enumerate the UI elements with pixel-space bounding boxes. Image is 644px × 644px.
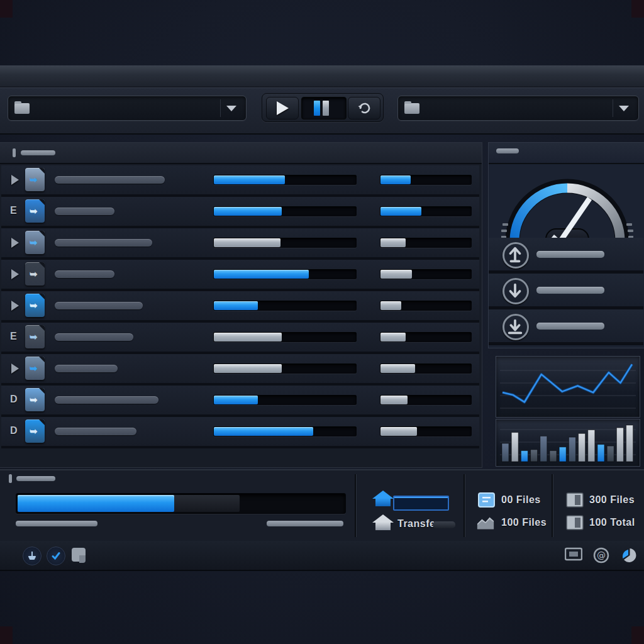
folder-icon <box>404 103 419 114</box>
source-dropdown[interactable] <box>8 96 247 121</box>
arrow-glyph: ➥ <box>30 301 38 310</box>
history-bar <box>588 430 595 462</box>
home-icon <box>372 514 394 531</box>
download-lamp-icon[interactable] <box>23 547 40 564</box>
search-at-icon[interactable]: @ <box>592 547 610 564</box>
row-progress-fill <box>214 396 258 404</box>
folder-square-icon[interactable] <box>70 547 88 564</box>
transfer-row[interactable]: E➥ <box>1 323 479 354</box>
progress-caption-right <box>267 521 343 526</box>
arrow-glyph: ➥ <box>30 426 38 436</box>
row-progress-track <box>213 364 357 374</box>
row-letter-badge: E <box>10 331 17 342</box>
header-marker <box>9 474 12 483</box>
divider <box>464 474 465 537</box>
svg-text:@: @ <box>597 550 606 560</box>
history-bar <box>511 433 518 462</box>
transfer-row[interactable]: ➥ <box>1 291 479 323</box>
row-progress-fill <box>214 364 282 373</box>
stat-placeholder <box>536 323 604 330</box>
transfer-row[interactable]: ➥ <box>1 228 479 260</box>
sidebar-stat-row <box>489 274 643 309</box>
arrow-glyph: ➥ <box>30 332 38 341</box>
filename-placeholder <box>55 396 158 404</box>
transfer-row[interactable]: ➥ <box>1 260 479 291</box>
destination-dropdown[interactable] <box>397 96 639 121</box>
row-progress-track <box>213 395 357 405</box>
play-button[interactable] <box>266 97 299 119</box>
pause-bar-blue-icon <box>314 101 320 116</box>
dropdown-chevron[interactable] <box>220 99 242 117</box>
summary-panel: Transfer 00 Files 100 Files 300 Files 10… <box>0 469 644 542</box>
transfer-row[interactable]: ➥ <box>1 165 479 197</box>
transfer-row[interactable]: ➥ <box>1 354 479 386</box>
stat-placeholder <box>536 251 604 258</box>
divider <box>355 474 356 537</box>
header-placeholder <box>21 150 55 155</box>
file-download-icon: ➥ <box>25 325 45 348</box>
dropdown-chevron[interactable] <box>613 99 635 117</box>
expander-arrow-icon[interactable] <box>11 175 19 185</box>
pause-bar-gray-icon <box>323 101 329 116</box>
list-header <box>0 143 482 164</box>
archive-box-icon <box>566 514 584 531</box>
filename-placeholder <box>55 208 114 215</box>
history-bar <box>531 450 538 462</box>
refresh-icon <box>356 100 372 116</box>
progress-caption-left <box>16 521 97 526</box>
row-progress2-fill <box>380 364 415 373</box>
header-placeholder <box>496 148 519 153</box>
display-icon[interactable] <box>565 547 582 564</box>
filename-placeholder <box>55 302 143 309</box>
file-download-icon: ➥ <box>25 231 45 254</box>
transfer-progress-mini <box>393 496 449 511</box>
row-progress-fill <box>214 270 309 279</box>
file-download-icon: ➥ <box>25 357 45 380</box>
area-chart-icon <box>477 514 494 531</box>
file-download-icon: ➥ <box>25 388 45 411</box>
sidebar-stat-row <box>489 309 643 345</box>
divider <box>552 474 553 537</box>
home-icon <box>372 491 394 507</box>
upload-arrow-icon <box>502 242 529 269</box>
history-bar <box>559 447 566 462</box>
file-download-icon: ➥ <box>25 262 45 286</box>
refresh-button[interactable] <box>348 97 380 119</box>
transfer-row[interactable]: E➥ <box>1 197 479 228</box>
transfer-list-panel: ➥E➥➥➥➥E➥➥D➥D➥ <box>0 142 482 468</box>
history-bar <box>569 437 575 462</box>
history-bar <box>607 446 614 462</box>
row-progress-track <box>213 332 357 342</box>
expander-arrow-icon[interactable] <box>11 364 19 374</box>
expander-arrow-icon[interactable] <box>11 301 19 311</box>
expander-arrow-icon[interactable] <box>11 238 19 248</box>
transfer-row[interactable]: D➥ <box>1 417 479 448</box>
expander-arrow-icon[interactable] <box>11 269 19 279</box>
row-progress-track <box>213 175 357 185</box>
checkmark-icon[interactable] <box>47 547 64 564</box>
transfer-row[interactable]: D➥ <box>1 386 479 417</box>
folder-icon <box>14 103 30 114</box>
row-progress2-track <box>380 332 472 342</box>
stat-label: 100 Total <box>589 517 635 528</box>
row-progress-fill <box>214 175 285 184</box>
arrow-glyph: ➥ <box>30 395 38 404</box>
row-progress-fill <box>214 301 258 310</box>
row-progress2-fill <box>380 238 406 247</box>
sidebar-stat-row <box>489 238 643 274</box>
row-progress-fill <box>214 238 280 247</box>
pause-button[interactable] <box>301 97 347 119</box>
row-letter-badge: E <box>10 205 17 216</box>
document-list-icon <box>478 492 496 508</box>
row-progress2-track <box>380 269 472 279</box>
arrow-glyph: ➥ <box>30 175 38 184</box>
pie-share-icon[interactable] <box>620 547 638 564</box>
file-download-icon: ➥ <box>25 168 45 191</box>
filename-placeholder <box>55 239 152 247</box>
row-progress2-fill <box>380 396 408 404</box>
row-progress2-fill <box>380 333 406 341</box>
row-progress2-track <box>380 206 472 216</box>
filename-placeholder <box>55 176 165 184</box>
row-progress-fill <box>214 427 313 436</box>
status-bar: @ <box>0 541 644 571</box>
